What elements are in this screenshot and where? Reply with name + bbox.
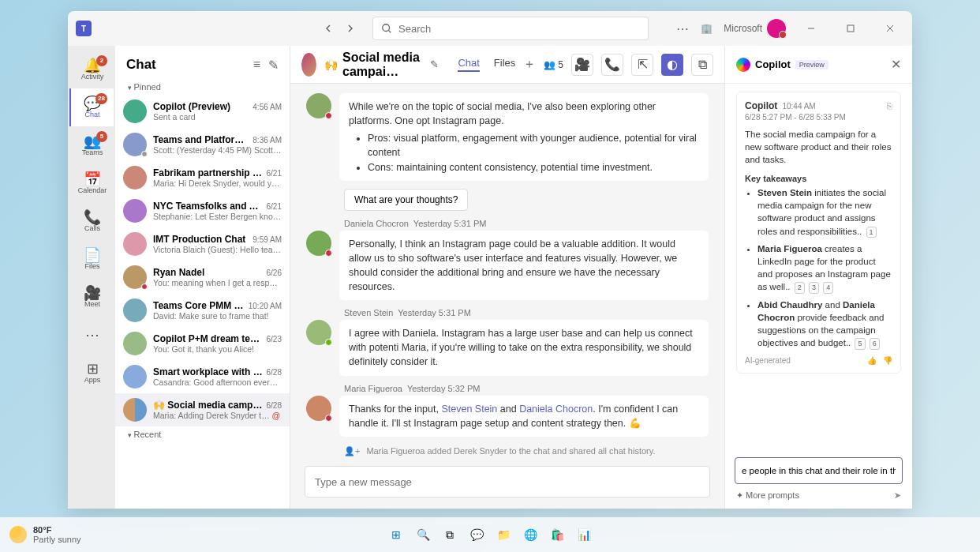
more-prompts-link[interactable]: More prompts bbox=[746, 490, 799, 500]
apps-icon: ⊞ bbox=[87, 362, 99, 376]
copilot-title: Copilot bbox=[755, 58, 791, 70]
edit-title-icon[interactable]: ✎ bbox=[430, 58, 439, 70]
user-avatar[interactable] bbox=[767, 19, 786, 38]
conversation-pane: 🙌 Social media campai… ✎ ChatFiles ＋ 👥 5… bbox=[290, 46, 724, 509]
more-menu-button[interactable]: ⋯ bbox=[676, 21, 690, 36]
org-switcher-icon[interactable]: 🏢 bbox=[701, 23, 713, 34]
chat-time: 6/21 bbox=[267, 169, 282, 178]
chat-item[interactable]: Copilot P+M dream team6/23 You: Got it, … bbox=[115, 327, 290, 360]
copilot-button[interactable]: ◐ bbox=[661, 54, 683, 76]
rail-item-chat[interactable]: 💬28Chat bbox=[69, 88, 114, 126]
reference-chip[interactable]: 4 bbox=[823, 282, 833, 294]
taskview-icon[interactable]: ⧉ bbox=[440, 524, 460, 545]
rail-item-activity[interactable]: 🔔2Activity bbox=[69, 51, 114, 88]
message: Maria Figueroa Yesterday 5:32 PM Thanks … bbox=[290, 382, 724, 443]
pinned-section-label[interactable]: Pinned bbox=[115, 79, 290, 95]
window-minimize-button[interactable] bbox=[797, 17, 825, 39]
messages-area[interactable]: While we're on the topic of social media… bbox=[290, 84, 724, 458]
thumbs-up-button[interactable]: 👍 bbox=[867, 356, 877, 365]
chat-name: Copilot (Preview) bbox=[153, 101, 230, 112]
copilot-input[interactable] bbox=[742, 466, 896, 475]
compose-box[interactable] bbox=[305, 466, 710, 498]
new-chat-icon[interactable]: ✎ bbox=[268, 58, 279, 73]
search-icon bbox=[381, 23, 392, 34]
chat-avatar bbox=[123, 398, 147, 422]
reference-chip[interactable]: 3 bbox=[809, 282, 819, 294]
nav-forward-button[interactable] bbox=[341, 19, 360, 38]
send-button[interactable]: ➤ bbox=[894, 490, 901, 501]
chat-avatar bbox=[123, 166, 147, 190]
chat-item[interactable]: Fabrikam partnership co…6/21 Maria: Hi D… bbox=[115, 161, 290, 194]
quick-reply-chip[interactable]: What are your thoughts? bbox=[344, 189, 468, 211]
chat-name: 🙌 Social media camp… bbox=[153, 400, 262, 411]
ai-generated-label: AI-generated bbox=[745, 356, 791, 365]
audio-call-button[interactable]: 📞 bbox=[601, 54, 623, 76]
rail-item-apps[interactable]: ⊞Apps bbox=[69, 354, 114, 392]
nav-back-button[interactable] bbox=[319, 19, 338, 38]
chat-item[interactable]: Smart workplace with Te…6/28 Casandra: G… bbox=[115, 360, 290, 393]
chat-item[interactable]: NYC Teamsfolks and Alli…6/21 Stephanie: … bbox=[115, 194, 290, 227]
chat-app-icon[interactable]: 💬 bbox=[466, 524, 487, 545]
chat-item[interactable]: Ryan Nadel6/26 You: meaning when I get a… bbox=[115, 261, 290, 294]
reference-chip[interactable]: 6 bbox=[870, 338, 880, 350]
rail-item-meet[interactable]: 🎥Meet bbox=[69, 278, 114, 316]
pinned-app-icon[interactable]: 📊 bbox=[574, 524, 594, 545]
chat-item[interactable]: Teams Core PMM te…10:20 AM David: Make s… bbox=[115, 294, 290, 327]
message-body: I agree with Daniela. Instagram has a la… bbox=[339, 320, 709, 375]
recent-section-label[interactable]: Recent bbox=[115, 426, 290, 442]
reference-chip[interactable]: 2 bbox=[795, 282, 805, 294]
compose-input[interactable] bbox=[315, 476, 700, 488]
chat-emoji: 🙌 bbox=[324, 58, 338, 71]
calendar-icon: 📅 bbox=[84, 172, 101, 186]
add-tab-button[interactable]: ＋ bbox=[523, 56, 536, 73]
rail-item-teams[interactable]: 👥5Teams bbox=[69, 126, 114, 164]
search-input[interactable] bbox=[398, 23, 640, 35]
video-call-button[interactable]: 🎥 bbox=[571, 54, 593, 76]
rail-item-more[interactable]: ⋯ bbox=[69, 316, 114, 354]
taskbar-weather[interactable]: 80°F Partly sunny bbox=[9, 525, 81, 544]
chat-name: IMT Production Chat bbox=[153, 234, 245, 245]
chat-name: NYC Teamsfolks and Alli… bbox=[153, 201, 264, 212]
time-range: 6/28 5:27 PM - 6/28 5:33 PM bbox=[745, 113, 892, 122]
chat-item[interactable]: IMT Production Chat9:59 AM Victoria Blai… bbox=[115, 227, 290, 261]
message-body: Thanks for the input, Steven Stein and D… bbox=[339, 396, 709, 437]
chat-name: Teams and Platform … bbox=[153, 134, 249, 145]
store-icon[interactable]: 🛍️ bbox=[547, 524, 567, 545]
copilot-author: Copilot bbox=[745, 100, 777, 111]
reference-chip[interactable]: 1 bbox=[866, 227, 877, 238]
edge-icon[interactable]: 🌐 bbox=[520, 524, 540, 545]
taskbar-search-icon[interactable]: 🔍 bbox=[413, 524, 433, 545]
chat-list-title: Chat bbox=[126, 57, 156, 73]
tab-files[interactable]: Files bbox=[494, 57, 515, 72]
message-avatar bbox=[306, 231, 331, 256]
chat-preview: Maria: Adding Derek Snyder t… @ bbox=[153, 411, 282, 420]
share-button[interactable]: ⇱ bbox=[631, 54, 653, 76]
rail-item-calls[interactable]: 📞Calls bbox=[69, 202, 114, 240]
window-maximize-button[interactable] bbox=[836, 17, 865, 39]
chat-avatar bbox=[123, 100, 147, 123]
close-copilot-button[interactable]: ✕ bbox=[891, 57, 901, 72]
window-close-button[interactable] bbox=[876, 17, 904, 39]
chat-item[interactable]: Copilot (Preview)4:56 AM Sent a card bbox=[115, 95, 290, 128]
copilot-input-box[interactable] bbox=[735, 457, 903, 484]
participants-count[interactable]: 👥 5 bbox=[544, 59, 563, 70]
tab-chat[interactable]: Chat bbox=[458, 57, 479, 72]
summary-text: The social media campaign for a new soft… bbox=[745, 128, 892, 166]
chat-icon: 💬28 bbox=[84, 96, 101, 111]
thumbs-down-button[interactable]: 👎 bbox=[883, 356, 892, 365]
rail-item-files[interactable]: 📄Files bbox=[69, 240, 114, 278]
chat-preview: David: Make sure to frame that! bbox=[153, 311, 282, 321]
rail-item-calendar[interactable]: 📅Calendar bbox=[69, 164, 114, 202]
chat-item[interactable]: 🙌 Social media camp…6/28 Maria: Adding D… bbox=[115, 393, 290, 426]
explorer-icon[interactable]: 📁 bbox=[493, 524, 514, 545]
popout-button[interactable]: ⧉ bbox=[691, 54, 713, 76]
copy-response-icon[interactable]: ⎘ bbox=[887, 101, 892, 111]
chat-name: Smart workplace with Te… bbox=[153, 366, 264, 377]
filter-icon[interactable]: ≡ bbox=[253, 58, 260, 73]
start-button[interactable]: ⊞ bbox=[386, 524, 406, 545]
chat-item[interactable]: Teams and Platform …8:36 AM Scott: (Yest… bbox=[115, 128, 290, 161]
search-box[interactable] bbox=[372, 17, 649, 40]
chat-list-pane: Chat ≡ ✎ Pinned Copilot (Preview)4:56 AM… bbox=[115, 46, 290, 509]
message-body: Personally, I think an Instagram page co… bbox=[339, 231, 709, 301]
reference-chip[interactable]: 5 bbox=[855, 338, 865, 350]
